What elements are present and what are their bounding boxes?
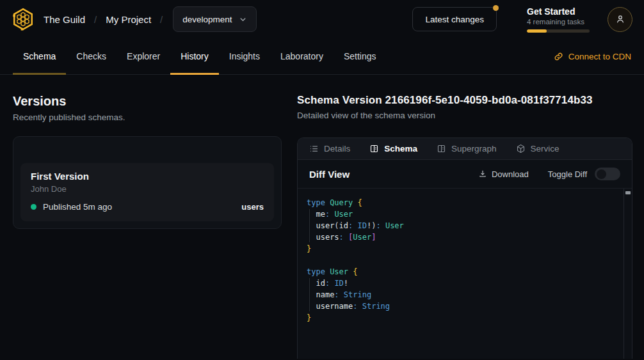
detail-tab-label: Supergraph (451, 144, 497, 153)
breadcrumb: The Guild / My Project / development (44, 6, 257, 32)
code-line: } (307, 243, 619, 254)
switch-knob (597, 169, 606, 179)
hive-logo-icon[interactable] (10, 6, 36, 32)
get-started-subtitle: 4 remaining tasks (527, 18, 590, 26)
detail-tab-service[interactable]: Service (516, 144, 559, 153)
nav-tab-insights[interactable]: Insights (219, 38, 270, 74)
schema-version-subtitle: Detailed view of the schema version (297, 111, 632, 120)
breadcrumb-separator: / (94, 14, 97, 25)
toggle-diff-label: Toggle Diff (548, 169, 587, 179)
notification-dot (493, 5, 499, 11)
chevron-down-icon (239, 15, 247, 24)
code-line: users: [User] (307, 231, 619, 243)
code-line (307, 254, 619, 266)
nav-tab-laboratory[interactable]: Laboratory (270, 38, 334, 74)
detail-tab-supergraph[interactable]: Supergraph (437, 144, 497, 153)
version-detail-panel: Schema Version 2166196f-5e10-4059-bd0a-0… (297, 75, 632, 359)
top-header: The Guild / My Project / development Lat… (0, 0, 644, 38)
target-nav: SchemaChecksExplorerHistoryInsightsLabor… (0, 38, 644, 75)
breadcrumb-org[interactable]: The Guild (44, 14, 85, 25)
get-started-widget[interactable]: Get Started 4 remaining tasks (527, 6, 590, 33)
schema-version-title: Schema Version 2166196f-5e10-4059-bd0a-0… (297, 94, 632, 107)
target-selector-dropdown[interactable]: development (173, 6, 256, 32)
code-line: user(id: ID!): User (307, 220, 619, 231)
schema-version-tabs: DetailsSchemaSupergraphService (298, 138, 632, 160)
toggle-diff-switch[interactable] (595, 168, 620, 180)
latest-changes-button[interactable]: Latest changes (412, 7, 497, 31)
code-line: username: String (307, 301, 619, 312)
nav-tab-settings[interactable]: Settings (334, 38, 387, 74)
diff-view-title: Diff View (309, 169, 350, 180)
latest-changes-label: Latest changes (425, 15, 484, 24)
download-label: Download (492, 169, 529, 179)
version-author: John Doe (31, 184, 264, 194)
schema-sdl-code[interactable]: type Query { me: User user(id: ID!): Use… (298, 189, 632, 359)
connect-to-cdn-label: Connect to CDN (568, 52, 631, 61)
detail-tab-schema[interactable]: Schema (369, 144, 417, 153)
version-status: Published 5m ago (43, 202, 112, 212)
cube-icon (516, 144, 526, 153)
code-scrollbar-thumb[interactable] (625, 191, 631, 194)
columns-icon (437, 144, 446, 153)
detail-tab-label: Service (531, 144, 559, 153)
detail-tab-details[interactable]: Details (309, 144, 350, 153)
detail-tab-label: Details (324, 144, 350, 153)
indent-guide (309, 278, 310, 311)
service-name: users (241, 202, 264, 212)
nav-tab-checks[interactable]: Checks (66, 38, 117, 74)
user-avatar[interactable] (608, 7, 632, 32)
detail-tab-label: Schema (384, 144, 417, 153)
versions-title: Versions (13, 94, 282, 109)
published-status-icon (31, 204, 36, 210)
columns-icon (369, 144, 379, 153)
get-started-progressbar (527, 29, 590, 33)
versions-subtitle: Recently published schemas. (13, 113, 282, 122)
code-line: name: String (307, 289, 619, 301)
person-icon (615, 13, 626, 25)
diff-view-toolbar: Diff View Download Toggle Diff (298, 160, 632, 189)
nav-tab-explorer[interactable]: Explorer (117, 38, 170, 74)
download-button[interactable]: Download (478, 169, 529, 179)
schema-version-card: DetailsSchemaSupergraphService Diff View… (297, 137, 632, 359)
code-scrollbar[interactable] (624, 189, 632, 359)
breadcrumb-separator: / (160, 14, 163, 25)
get-started-progress-fill (527, 29, 547, 33)
list-icon (309, 144, 319, 153)
breadcrumb-project[interactable]: My Project (106, 14, 151, 25)
nav-tab-history[interactable]: History (170, 38, 219, 74)
versions-panel: Versions Recently published schemas. Fir… (13, 75, 282, 229)
target-selector-value: development (182, 15, 232, 24)
indent-guide (309, 209, 310, 242)
connect-to-cdn-link[interactable]: Connect to CDN (554, 52, 631, 61)
code-line: id: ID! (307, 278, 619, 289)
code-line: } (307, 312, 619, 324)
version-name: First Version (31, 171, 264, 182)
code-line: type User { (307, 266, 619, 278)
get-started-title: Get Started (527, 6, 590, 17)
versions-list-card: First VersionJohn DoePublished 5m agouse… (13, 136, 282, 229)
code-line: me: User (307, 208, 619, 220)
download-icon (478, 169, 487, 178)
code-line: type Query { (307, 197, 619, 208)
nav-tab-schema[interactable]: Schema (13, 38, 66, 74)
version-list-item[interactable]: First VersionJohn DoePublished 5m agouse… (20, 163, 274, 221)
link-chain-icon (554, 52, 563, 61)
